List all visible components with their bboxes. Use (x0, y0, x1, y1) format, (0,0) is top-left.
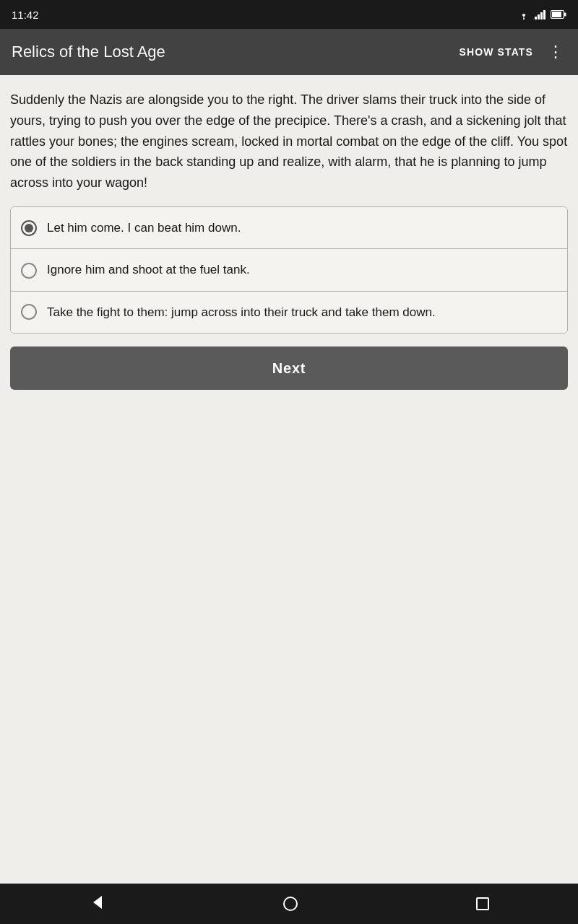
home-circle-icon (283, 897, 298, 911)
nav-back-button[interactable] (89, 894, 105, 913)
radio-button-2[interactable] (21, 263, 37, 279)
status-time: 11:42 (12, 9, 39, 21)
app-bar-actions: SHOW STATS ⋮ (457, 41, 566, 63)
svg-rect-4 (543, 10, 545, 19)
choice-item-2[interactable]: Ignore him and shoot at the fuel tank. (11, 249, 567, 292)
more-options-icon[interactable]: ⋮ (545, 41, 566, 63)
radio-button-1[interactable] (21, 220, 37, 236)
choice-label-3: Take the fight to them: jump across into… (47, 303, 436, 322)
app-bar: Relics of the Lost Age SHOW STATS ⋮ (0, 29, 578, 75)
choice-label-2: Ignore him and shoot at the fuel tank. (47, 261, 250, 279)
radio-button-3[interactable] (21, 304, 37, 320)
app-title: Relics of the Lost Age (12, 43, 165, 61)
show-stats-button[interactable]: SHOW STATS (457, 42, 536, 62)
svg-rect-2 (538, 14, 540, 19)
main-content: Suddenly the Nazis are alongside you to … (0, 75, 578, 884)
nav-home-button[interactable] (283, 897, 298, 911)
svg-rect-7 (564, 13, 566, 17)
svg-rect-1 (535, 17, 537, 19)
wifi-icon (517, 9, 530, 19)
nav-recents-button[interactable] (476, 897, 489, 910)
recents-square-icon (476, 897, 489, 910)
choice-item-1[interactable]: Let him come. I can beat him down. (11, 207, 567, 250)
status-icons (517, 9, 566, 19)
svg-rect-6 (552, 12, 561, 17)
choices-container: Let him come. I can beat him down. Ignor… (10, 206, 568, 334)
story-text: Suddenly the Nazis are alongside you to … (10, 90, 568, 193)
signal-icon (535, 9, 546, 19)
choice-item-3[interactable]: Take the fight to them: jump across into… (11, 292, 567, 334)
back-icon (89, 894, 105, 910)
status-bar: 11:42 (0, 0, 578, 29)
choice-label-1: Let him come. I can beat him down. (47, 219, 241, 237)
svg-marker-8 (93, 896, 102, 909)
radio-inner-1 (25, 224, 33, 232)
bottom-nav (0, 884, 578, 924)
svg-rect-3 (540, 12, 543, 19)
next-button[interactable]: Next (10, 346, 568, 390)
battery-icon (551, 10, 566, 19)
